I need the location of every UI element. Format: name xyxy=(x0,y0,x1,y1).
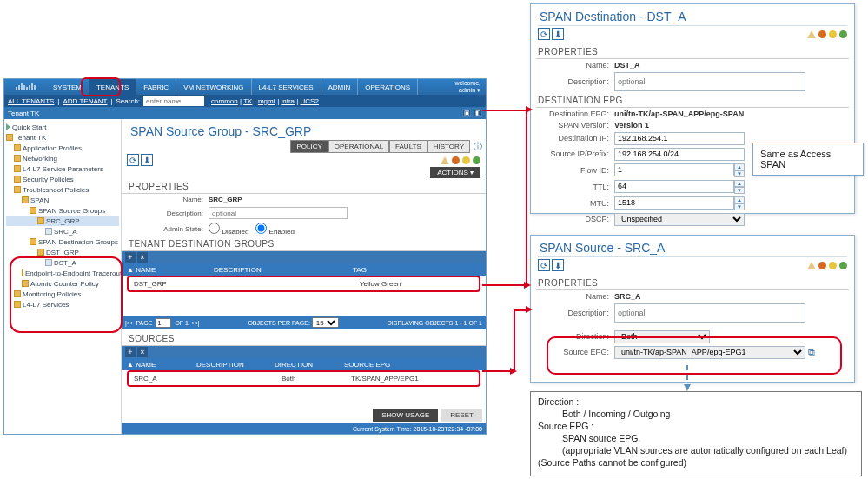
nav-tree[interactable]: Quick StartTenant TKApplication Profiles… xyxy=(4,119,122,434)
tab-faults[interactable]: FAULTS xyxy=(389,140,427,153)
tree-l4-l7-services[interactable]: L4-L7 Services xyxy=(6,299,119,309)
label: Direction: xyxy=(536,332,614,341)
info-icon[interactable]: ⓘ xyxy=(474,141,482,153)
src-add-icon[interactable]: + xyxy=(125,347,136,357)
col-name[interactable]: ▲ NAME xyxy=(122,266,209,274)
refresh-icon[interactable]: ⟳ xyxy=(538,28,550,40)
tree-networking[interactable]: Networking xyxy=(6,153,119,163)
tree-src-grp[interactable]: SRC_GRP xyxy=(6,216,119,226)
reset-button[interactable]: RESET xyxy=(441,409,482,422)
src-col-epg[interactable]: SOURCE EPG xyxy=(339,361,486,369)
tree-span-destination-groups[interactable]: SPAN Destination Groups xyxy=(6,236,119,247)
tree-security-policies[interactable]: Security Policies xyxy=(6,174,119,184)
properties-header: PROPERTIES xyxy=(122,180,486,194)
page-title: SPAN Source Group - SRC_GRP xyxy=(122,119,486,140)
admin-disabled-radio[interactable]: Disabled xyxy=(209,223,248,236)
download-icon[interactable]: ⬇ xyxy=(552,259,564,271)
arrow-src-head xyxy=(526,306,533,313)
show-usage-button[interactable]: SHOW USAGE xyxy=(373,409,438,422)
direction-select[interactable]: Both xyxy=(614,330,710,343)
src-col-desc[interactable]: DESCRIPTION xyxy=(191,361,269,369)
desc-label: Description: xyxy=(122,210,209,217)
tenant-name: Tenant TK xyxy=(8,110,39,117)
dscp-select[interactable]: Unspecified xyxy=(614,213,745,226)
tdg-remove-icon[interactable]: × xyxy=(137,252,148,263)
folder-icon xyxy=(14,290,21,297)
doc-icon xyxy=(45,259,52,266)
actions-button[interactable]: ACTIONS ▾ xyxy=(430,167,480,178)
page-input[interactable] xyxy=(156,318,171,328)
dest-ip-input[interactable] xyxy=(614,132,745,145)
tdg-toolbar: + × xyxy=(122,251,486,263)
nav-operations[interactable]: OPERATIONS xyxy=(358,79,418,95)
opp-select[interactable]: 15 xyxy=(312,317,339,328)
tree-label: L4-L7 Service Parameters xyxy=(23,165,103,173)
tree-troubleshoot-policies[interactable]: Troubleshoot Policies xyxy=(6,184,119,195)
tree-src-a[interactable]: SRC_A xyxy=(6,226,119,236)
src-col-dir[interactable]: DIRECTION xyxy=(269,361,339,369)
open-epg-icon[interactable]: ⧉ xyxy=(808,347,815,358)
status-dot-green xyxy=(473,156,480,164)
download-icon[interactable]: ⬇ xyxy=(552,28,564,40)
col-tag[interactable]: TAG xyxy=(348,266,486,274)
label: Name: xyxy=(536,61,614,70)
tree-span-source-groups[interactable]: SPAN Source Groups xyxy=(6,205,119,216)
src-ip-input[interactable] xyxy=(614,148,745,161)
welcome-user[interactable]: welcome,admin ▾ xyxy=(449,79,486,95)
tree-tenant-tk[interactable]: Tenant TK xyxy=(6,132,119,143)
add-tenant-link[interactable]: ADD TENANT xyxy=(63,97,107,105)
src-row[interactable]: SRC_A Both TK/SPAN_APP/EPG1 xyxy=(129,372,479,385)
col-desc[interactable]: DESCRIPTION xyxy=(209,266,348,274)
tab-operational[interactable]: OPERATIONAL xyxy=(328,140,389,153)
folder-icon xyxy=(14,155,21,162)
crumb-tk[interactable]: TK xyxy=(243,97,252,105)
tree-quick-start[interactable]: Quick Start xyxy=(6,122,119,132)
tree-dst-grp[interactable]: DST_GRP xyxy=(6,247,119,257)
tree-application-profiles[interactable]: Application Profiles xyxy=(6,143,119,153)
flow-id-spinner[interactable]: ▲▼ xyxy=(614,163,745,177)
tree-span[interactable]: SPAN xyxy=(6,195,119,205)
label: Name: xyxy=(536,292,614,301)
tree-collapse-icon[interactable]: ▣ xyxy=(462,109,471,117)
src-remove-icon[interactable]: × xyxy=(137,347,148,357)
download-icon[interactable]: ⬇ xyxy=(141,154,153,166)
tree-label: SPAN xyxy=(30,196,49,204)
tree-dst-a[interactable]: DST_A xyxy=(6,257,119,268)
crumb-infra[interactable]: infra xyxy=(281,97,295,105)
tree-label: Troubleshoot Policies xyxy=(23,186,89,194)
tree-endpoint-to-endpoint-traceroute-pol-[interactable]: Endpoint-to-Endpoint Traceroute Pol… xyxy=(6,268,119,278)
ttl-spinner[interactable]: ▲▼ xyxy=(614,180,745,194)
mtu-spinner[interactable]: ▲▼ xyxy=(614,196,745,210)
nav-tenants[interactable]: TENANTS xyxy=(89,79,136,95)
all-tenants-link[interactable]: ALL TENANTS xyxy=(8,97,54,105)
description-input[interactable] xyxy=(209,207,348,219)
nav-admin[interactable]: ADMIN xyxy=(321,79,359,95)
crumb-common[interactable]: common xyxy=(211,97,238,105)
label: Description: xyxy=(536,77,614,86)
crumb-ucs2[interactable]: UCS2 xyxy=(301,97,319,105)
tree-l4-l7-service-parameters[interactable]: L4-L7 Service Parameters xyxy=(6,163,119,174)
tab-history[interactable]: HISTORY xyxy=(427,140,470,153)
nav-system[interactable]: SYSTEM xyxy=(46,79,89,95)
tab-policy[interactable]: POLICY xyxy=(290,140,328,153)
src-desc-input[interactable] xyxy=(614,303,805,323)
tdg-add-icon[interactable]: + xyxy=(125,252,136,263)
nav-vm-networking[interactable]: VM NETWORKING xyxy=(176,79,251,95)
tree-monitoring-policies[interactable]: Monitoring Policies xyxy=(6,289,119,299)
admin-enabled-radio[interactable]: Enabled xyxy=(255,223,295,236)
tree-label: Tenant TK xyxy=(15,134,46,142)
crumb-mgmt[interactable]: mgmt xyxy=(258,97,275,105)
label: MTU: xyxy=(536,199,614,208)
tdg-header: TENANT DESTINATION GROUPS xyxy=(122,237,486,251)
dest-desc-input[interactable] xyxy=(614,72,805,91)
source-epg-select[interactable]: uni/tn-TK/ap-SPAN_APP/epg-EPG1 xyxy=(614,346,805,359)
src-col-name[interactable]: ▲ NAME xyxy=(122,361,191,369)
nav-l4-l7-services[interactable]: L4-L7 SERVICES xyxy=(252,79,321,95)
tree-expand-icon[interactable]: ◧ xyxy=(474,109,482,117)
nav-fabric[interactable]: FABRIC xyxy=(136,79,176,95)
tree-atomic-counter-policy[interactable]: Atomic Counter Policy xyxy=(6,278,119,289)
refresh-icon[interactable]: ⟳ xyxy=(127,154,139,166)
tenant-search-input[interactable] xyxy=(143,96,204,106)
refresh-icon[interactable]: ⟳ xyxy=(538,259,550,271)
tdg-row[interactable]: DST_GRP Yellow Green xyxy=(129,277,479,290)
